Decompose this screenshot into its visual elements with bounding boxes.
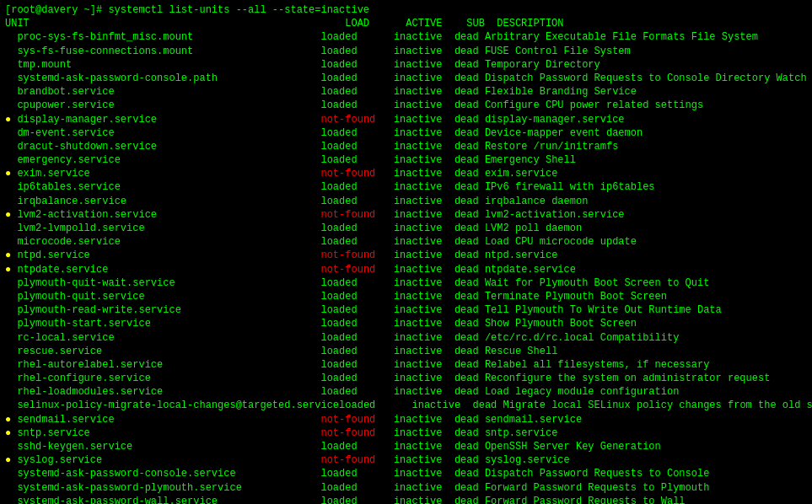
table-row: ip6tables.service loaded inactive dead I… <box>5 180 807 194</box>
prompt-line: [root@davery ~]# systemctl list-units --… <box>5 3 807 17</box>
table-row: microcode.service loaded inactive dead L… <box>5 235 807 249</box>
table-row: rhel-configure.service loaded inactive d… <box>5 372 807 385</box>
table-row: ● exim.service not-found inactive dead e… <box>5 167 807 180</box>
table-row: plymouth-read-write.service loaded inact… <box>5 303 807 317</box>
table-row: sys-fs-fuse-connections.mount loaded ina… <box>5 45 807 58</box>
table-row: dracut-shutdown.service loaded inactive … <box>5 140 807 153</box>
table-row: ● sendmail.service not-found inactive de… <box>5 413 807 426</box>
table-row: rc-local.service loaded inactive dead /e… <box>5 331 807 345</box>
table-row: cpupower.service loaded inactive dead Co… <box>5 99 807 112</box>
table-row: ● display-manager.service not-found inac… <box>5 113 807 126</box>
table-row: proc-sys-fs-binfmt_misc.mount loaded ina… <box>5 30 807 44</box>
table-row: ● ntpd.service not-found inactive dead n… <box>5 249 807 262</box>
table-row: sshd-keygen.service loaded inactive dead… <box>5 440 807 453</box>
table-row: rhel-autorelabel.service loaded inactive… <box>5 358 807 372</box>
table-row: selinux-policy-migrate-local-changes@tar… <box>5 399 807 412</box>
table-row: rescue.service loaded inactive dead Resc… <box>5 345 807 358</box>
header-line: UNIT LOAD ACTIVE SUB DESCRIPTION <box>5 17 807 30</box>
table-row: plymouth-start.service loaded inactive d… <box>5 317 807 330</box>
table-row: rhel-loadmodules.service loaded inactive… <box>5 385 807 399</box>
table-row: systemd-ask-password-wall.service loaded… <box>5 495 807 504</box>
table-row: emergency.service loaded inactive dead E… <box>5 153 807 167</box>
table-row: systemd-ask-password-plymouth.service lo… <box>5 481 807 495</box>
table-row: irqbalance.service loaded inactive dead … <box>5 195 807 208</box>
terminal: [root@davery ~]# systemctl list-units --… <box>0 0 812 504</box>
table-row: ● lvm2-activation.service not-found inac… <box>5 208 807 222</box>
table-row: tmp.mount loaded inactive dead Temporary… <box>5 58 807 72</box>
table-row: brandbot.service loaded inactive dead Fl… <box>5 85 807 99</box>
table-row: plymouth-quit.service loaded inactive de… <box>5 290 807 303</box>
service-list: proc-sys-fs-binfmt_misc.mount loaded ina… <box>5 30 807 504</box>
table-row: systemd-ask-password-console.service loa… <box>5 467 807 480</box>
table-row: plymouth-quit-wait.service loaded inacti… <box>5 276 807 290</box>
table-row: ● syslog.service not-found inactive dead… <box>5 453 807 467</box>
table-row: ● ntpdate.service not-found inactive dea… <box>5 263 807 276</box>
table-row: systemd-ask-password-console.path loaded… <box>5 72 807 85</box>
table-row: dm-event.service loaded inactive dead De… <box>5 126 807 140</box>
table-row: lvm2-lvmpolld.service loaded inactive de… <box>5 222 807 235</box>
table-row: ● sntp.service not-found inactive dead s… <box>5 426 807 440</box>
